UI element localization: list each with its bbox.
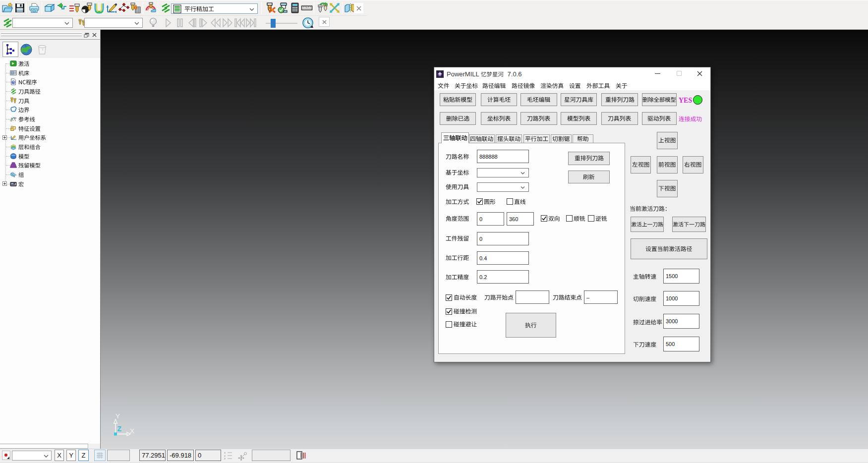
svg-text:Y: Y	[116, 412, 120, 420]
svg-text:X: X	[130, 427, 134, 435]
svg-text:Z: Z	[117, 425, 122, 433]
svg-text:z: z	[224, 457, 226, 460]
